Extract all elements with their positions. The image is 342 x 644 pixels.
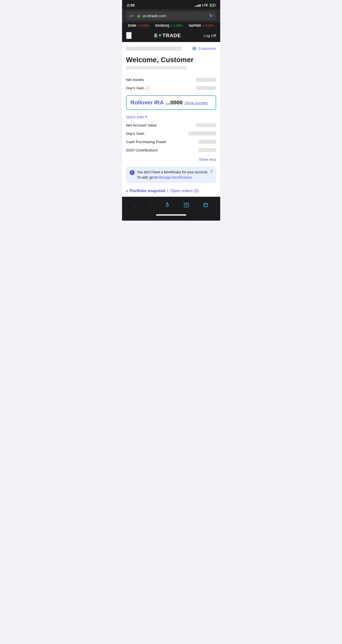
signal-bars-icon	[195, 4, 201, 7]
net-account-value-blurred	[196, 123, 216, 127]
net-account-value-row: Net Account Value	[126, 121, 216, 129]
home-indicator	[156, 214, 186, 216]
dow-ticker: DOW 0.55%	[128, 24, 149, 27]
refresh-icon[interactable]: ↻	[209, 13, 213, 18]
battery-icon: ⚡	[210, 4, 215, 7]
address-text: aA 🔒 us.etrade.com	[130, 14, 166, 18]
back-button[interactable]: ‹	[132, 202, 137, 210]
svg-rect-6	[205, 204, 207, 207]
time-display: 2:39	[127, 3, 135, 7]
nasdaq-arrow-icon	[170, 24, 173, 27]
account-id-blurred	[126, 47, 181, 51]
days-gain-account-label: Day's Gain	[126, 131, 144, 136]
info-banner-icon: i	[130, 170, 135, 175]
gear-icon: ⚙️	[192, 46, 197, 51]
forward-button[interactable]: ›	[147, 202, 153, 210]
sp500-ticker: S&P500 0.15%	[189, 24, 214, 27]
contributions-label: 2020 Contributions	[126, 148, 158, 152]
days-gain-info-icon[interactable]: i	[146, 86, 150, 90]
log-off-button[interactable]: Log Off	[204, 33, 216, 38]
net-assets-row: Net Assets	[122, 75, 220, 84]
customize-label: Customize	[198, 46, 216, 51]
account-card-header: Rollover IRA ...0000 Show number	[131, 99, 212, 106]
show-less-row: Show less	[122, 155, 220, 165]
lte-label: LTE	[202, 3, 208, 7]
charging-icon: ⚡	[212, 4, 215, 7]
etrade-logo: E✦TRADE	[154, 32, 181, 38]
tabs-button[interactable]	[201, 201, 210, 210]
account-number: ...0000	[166, 99, 183, 106]
separator: |	[167, 189, 168, 193]
nav-bar: ☰ E✦TRADE Log Off	[122, 29, 220, 42]
cash-purchasing-label: Cash Purchasing Power	[126, 140, 167, 144]
divider-1	[122, 93, 220, 93]
info-banner-text: You don't have a beneficiary for your ac…	[137, 170, 213, 180]
net-account-value-label: Net Account Value	[126, 123, 157, 127]
status-right: LTE ⚡	[195, 3, 215, 7]
svg-rect-5	[204, 203, 207, 207]
account-type-label: Rollover IRA	[131, 99, 164, 106]
address-bar[interactable]: aA 🔒 us.etrade.com ↻	[122, 9, 220, 22]
net-assets-value-blurred	[196, 78, 216, 82]
hamburger-menu-button[interactable]: ☰	[126, 32, 132, 39]
welcome-section: Welcome, Customer	[122, 53, 220, 75]
cash-purchasing-value-blurred	[199, 140, 216, 144]
contributions-value-blurred	[199, 148, 216, 152]
quick-links-label: Quick links	[126, 115, 144, 119]
dow-arrow-icon	[137, 24, 139, 27]
close-banner-button[interactable]: ✕	[210, 169, 213, 174]
chevron-down-icon: ▾	[126, 189, 128, 193]
lock-icon: 🔒	[137, 14, 141, 18]
aa-text: aA	[130, 14, 134, 18]
chevron-down-icon: ▾	[145, 114, 147, 119]
days-gain-row: Day's Gain i	[122, 84, 220, 92]
open-orders-button[interactable]: Open orders (0)	[170, 189, 199, 193]
account-header: ⚙️ Customize	[122, 42, 220, 53]
nasdaq-ticker: NASDAQ 0.35%	[155, 24, 182, 27]
sp500-arrow-icon	[202, 24, 204, 27]
days-gain-account-row: Day's Gain	[126, 129, 216, 138]
nasdaq-value: 0.35%	[170, 24, 182, 27]
main-content: ⚙️ Customize Welcome, Customer Net Asset…	[122, 42, 220, 197]
days-gain-label: Day's Gain i	[126, 86, 150, 90]
dow-label: DOW	[128, 24, 136, 27]
url-display: us.etrade.com	[142, 14, 166, 18]
info-banner: i You don't have a beneficiary for your …	[126, 167, 216, 183]
browser-bottom-bar: ‹ ›	[122, 197, 220, 221]
svg-rect-2	[184, 203, 189, 207]
quick-links-row: Quick links ▾	[122, 112, 220, 120]
days-gain-value-blurred	[196, 86, 216, 90]
nasdaq-label: NASDAQ	[155, 24, 169, 27]
sp500-label: S&P500	[189, 24, 201, 27]
bookmarks-button[interactable]	[182, 201, 191, 210]
customize-button[interactable]: ⚙️ Customize	[192, 46, 216, 51]
ticker-bar: DOW 0.55% NASDAQ 0.35% S&P500 0.15%	[122, 22, 220, 29]
cash-purchasing-row: Cash Purchasing Power	[126, 138, 216, 146]
net-assets-label: Net Assets	[126, 77, 144, 82]
days-gain-account-value-blurred	[188, 132, 216, 135]
show-number-button[interactable]: Show number	[185, 101, 208, 105]
portfolio-snapshot-row: ▾ Portfolio snapshot | Open orders (0)	[122, 185, 220, 197]
contributions-row: 2020 Contributions	[126, 146, 216, 154]
account-stats: Net Account Value Day's Gain Cash Purcha…	[122, 120, 220, 155]
etrade-star-icon: ✦	[158, 33, 162, 38]
show-less-button[interactable]: Show less	[199, 157, 216, 162]
dow-value: 0.55%	[137, 24, 149, 27]
manage-beneficiaries-link[interactable]: Manage beneficiaries	[158, 175, 192, 179]
portfolio-snapshot-button[interactable]: Portfolio snapshot	[130, 189, 165, 193]
welcome-sub-blurred	[126, 66, 186, 69]
browser-controls: ‹ ›	[122, 199, 220, 212]
welcome-title: Welcome, Customer	[126, 56, 216, 64]
share-button[interactable]	[163, 201, 172, 210]
status-bar: 2:39 LTE ⚡	[122, 0, 220, 9]
account-card[interactable]: Rollover IRA ...0000 Show number	[126, 95, 216, 110]
quick-links-button[interactable]: Quick links ▾	[126, 114, 147, 119]
sp500-value: 0.15%	[202, 24, 214, 27]
